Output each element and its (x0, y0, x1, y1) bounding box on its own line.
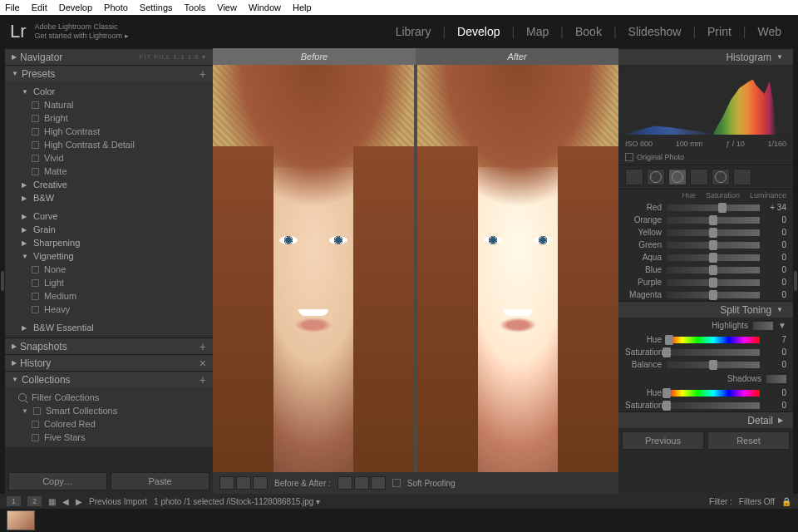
preset-curve[interactable]: ▶Curve (5, 209, 213, 223)
screen-1[interactable]: 1 (7, 496, 21, 506)
tab-saturation[interactable]: Saturation (706, 191, 740, 200)
histogram-graph[interactable] (622, 68, 790, 135)
preset-light[interactable]: Light (5, 276, 213, 289)
module-book[interactable]: Book (569, 25, 608, 38)
thumbnail-1[interactable] (7, 510, 35, 530)
preset-sharpening[interactable]: ▶Sharpening (5, 236, 213, 249)
menu-settings[interactable]: Settings (140, 2, 173, 12)
preset-b-w[interactable]: ▶B&W (5, 191, 213, 204)
coll-five-stars[interactable]: Five Stars (5, 431, 213, 444)
slider-yellow[interactable]: Yellow0 (618, 226, 793, 239)
menu-edit[interactable]: Edit (32, 2, 47, 12)
preset-creative[interactable]: ▶Creative (5, 178, 213, 191)
module-web[interactable]: Web (751, 25, 788, 38)
histogram-header[interactable]: Histogram▼ (618, 48, 793, 65)
slider-green[interactable]: Green0 (618, 239, 793, 251)
filter-collections[interactable]: Filter Collections (5, 391, 213, 404)
highlights-swatch[interactable] (753, 322, 773, 330)
slider-purple[interactable]: Purple0 (618, 276, 793, 288)
slider-blue[interactable]: Blue0 (618, 264, 793, 276)
module-slideshow[interactable]: Slideshow (622, 25, 688, 38)
slider-hue[interactable]: Hue7 (618, 333, 793, 346)
ba-mode2-icon[interactable] (354, 476, 369, 490)
menu-window[interactable]: Window (249, 2, 281, 12)
tab-luminance[interactable]: Luminance (750, 191, 786, 200)
shadows-swatch[interactable] (766, 375, 786, 383)
split-toning-header[interactable]: Split Toning▼ (618, 301, 793, 318)
view-ba-icon[interactable] (253, 476, 268, 490)
slider-saturation[interactable]: Saturation0 (618, 399, 793, 411)
history-header[interactable]: ▶History× (5, 354, 213, 371)
preset-high-contrast-detail[interactable]: High Contrast & Detail (5, 138, 213, 151)
preset-natural[interactable]: Natural (5, 98, 213, 111)
smart-collections[interactable]: ▼Smart Collections (5, 404, 213, 417)
slider-orange[interactable]: Orange0 (618, 214, 793, 226)
copy-button[interactable]: Copy… (8, 472, 107, 490)
menu-help[interactable]: Help (293, 2, 312, 12)
tab-hue[interactable]: Hue (682, 191, 696, 200)
menu-file[interactable]: File (5, 2, 20, 12)
previous-button[interactable]: Previous (622, 431, 704, 450)
collections-header[interactable]: ▼Collections+ (5, 371, 213, 387)
right-grip[interactable] (793, 48, 798, 494)
preset-vivid[interactable]: Vivid (5, 151, 213, 165)
preset-grain[interactable]: ▶Grain (5, 223, 213, 236)
after-image[interactable] (417, 65, 618, 472)
menu-develop[interactable]: Develop (59, 2, 92, 12)
spot-tool-icon[interactable] (647, 169, 665, 185)
nav-zoom-opts[interactable]: FIT FILL 1:1 1:8 ▾ (139, 53, 206, 61)
snapshots-header[interactable]: ▶Snapshots+ (5, 337, 213, 354)
module-library[interactable]: Library (389, 25, 438, 38)
view-ref-icon[interactable] (236, 476, 251, 490)
presets-header[interactable]: ▼Presets+ (5, 65, 213, 81)
slider-saturation[interactable]: Saturation0 (618, 346, 793, 358)
nav-left-icon[interactable]: ◀ (62, 497, 69, 506)
left-grip[interactable] (0, 48, 5, 494)
preset-high-contrast[interactable]: High Contrast (5, 125, 213, 138)
ba-swap-icon[interactable] (371, 476, 386, 490)
brush-tool-icon[interactable] (733, 169, 751, 185)
module-develop[interactable]: Develop (451, 25, 506, 38)
slider-red[interactable]: Red+ 34 (618, 201, 793, 214)
orig-photo-checkbox[interactable] (625, 153, 633, 161)
grad-tool-icon[interactable] (690, 169, 708, 185)
add-preset-icon[interactable]: + (200, 67, 206, 81)
soft-proof-checkbox[interactable] (392, 479, 401, 487)
before-image[interactable] (213, 65, 414, 472)
preset-b-w-essential[interactable]: ▶B&W Essential (5, 321, 213, 334)
filmstrip[interactable] (0, 509, 798, 532)
coll-colored-red[interactable]: Colored Red (5, 417, 213, 431)
reset-button[interactable]: Reset (707, 431, 790, 450)
menu-photo[interactable]: Photo (104, 2, 128, 12)
preset-color[interactable]: ▼Color (5, 85, 213, 98)
radial-tool-icon[interactable] (712, 169, 730, 185)
slider-magenta[interactable]: Magenta0 (618, 288, 793, 301)
slider-aqua[interactable]: Aqua0 (618, 251, 793, 264)
preset-matte[interactable]: Matte (5, 165, 213, 178)
slider-hue[interactable]: Hue0 (618, 387, 793, 399)
preset-bright[interactable]: Bright (5, 111, 213, 125)
paste-button[interactable]: Paste (111, 472, 209, 490)
view-loupe-icon[interactable] (219, 476, 234, 490)
grid-icon[interactable]: ▦ (48, 497, 56, 506)
prev-import-label[interactable]: Previous Import (89, 497, 147, 506)
preset-heavy[interactable]: Heavy (5, 303, 213, 316)
preset-none[interactable]: None (5, 263, 213, 276)
filters-off[interactable]: Filters Off (739, 497, 775, 506)
redeye-tool-icon[interactable] (668, 169, 687, 185)
menu-view[interactable]: View (217, 2, 237, 12)
nav-right-icon[interactable]: ▶ (76, 497, 82, 506)
preset-medium[interactable]: Medium (5, 289, 213, 303)
detail-header[interactable]: Detail▶ (618, 411, 793, 428)
slider-balance[interactable]: Balance0 (618, 358, 793, 371)
tagline[interactable]: Get started with Lightroom ▸ (35, 32, 129, 41)
crop-tool-icon[interactable] (625, 169, 643, 185)
filter-lock-icon[interactable]: 🔒 (781, 497, 791, 506)
screen-2[interactable]: 2 (27, 496, 42, 506)
module-print[interactable]: Print (701, 25, 738, 38)
menu-tools[interactable]: Tools (185, 2, 206, 12)
navigator-header[interactable]: ▶Navigator FIT FILL 1:1 1:8 ▾ (5, 48, 213, 65)
preset-vignetting[interactable]: ▼Vignetting (5, 249, 213, 263)
ba-mode1-icon[interactable] (337, 476, 352, 490)
module-map[interactable]: Map (520, 25, 555, 38)
